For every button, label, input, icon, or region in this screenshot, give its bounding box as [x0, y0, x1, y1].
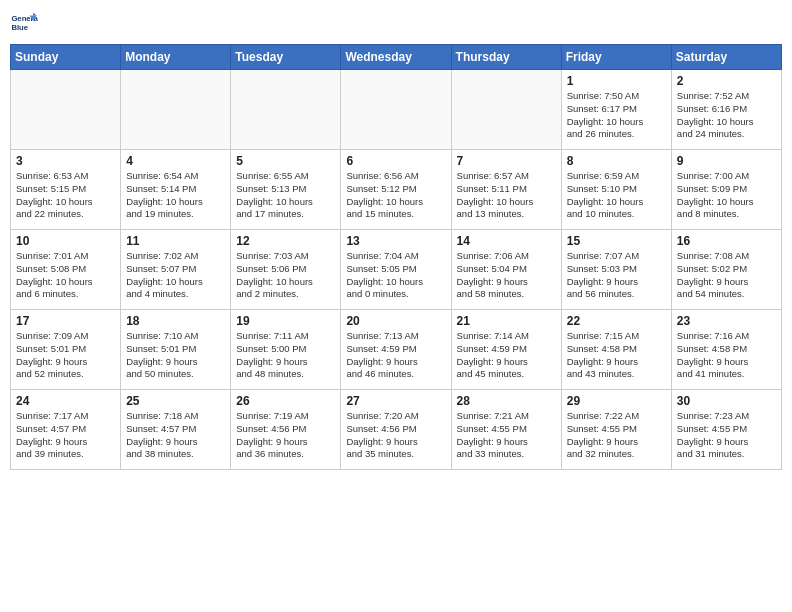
day-number: 30 [677, 394, 776, 408]
day-info: Sunrise: 7:07 AM Sunset: 5:03 PM Dayligh… [567, 250, 666, 301]
weekday-header-thursday: Thursday [451, 45, 561, 70]
day-info: Sunrise: 7:13 AM Sunset: 4:59 PM Dayligh… [346, 330, 445, 381]
day-number: 6 [346, 154, 445, 168]
weekday-header-wednesday: Wednesday [341, 45, 451, 70]
day-cell: 30Sunrise: 7:23 AM Sunset: 4:55 PM Dayli… [671, 390, 781, 470]
day-cell: 22Sunrise: 7:15 AM Sunset: 4:58 PM Dayli… [561, 310, 671, 390]
day-number: 18 [126, 314, 225, 328]
day-cell: 8Sunrise: 6:59 AM Sunset: 5:10 PM Daylig… [561, 150, 671, 230]
day-info: Sunrise: 6:56 AM Sunset: 5:12 PM Dayligh… [346, 170, 445, 221]
day-number: 13 [346, 234, 445, 248]
day-number: 22 [567, 314, 666, 328]
day-number: 11 [126, 234, 225, 248]
day-cell: 2Sunrise: 7:52 AM Sunset: 6:16 PM Daylig… [671, 70, 781, 150]
day-number: 3 [16, 154, 115, 168]
day-info: Sunrise: 7:00 AM Sunset: 5:09 PM Dayligh… [677, 170, 776, 221]
day-cell: 26Sunrise: 7:19 AM Sunset: 4:56 PM Dayli… [231, 390, 341, 470]
day-info: Sunrise: 7:14 AM Sunset: 4:59 PM Dayligh… [457, 330, 556, 381]
day-number: 9 [677, 154, 776, 168]
day-cell: 5Sunrise: 6:55 AM Sunset: 5:13 PM Daylig… [231, 150, 341, 230]
day-cell: 7Sunrise: 6:57 AM Sunset: 5:11 PM Daylig… [451, 150, 561, 230]
day-number: 10 [16, 234, 115, 248]
day-number: 24 [16, 394, 115, 408]
day-info: Sunrise: 6:53 AM Sunset: 5:15 PM Dayligh… [16, 170, 115, 221]
day-cell: 18Sunrise: 7:10 AM Sunset: 5:01 PM Dayli… [121, 310, 231, 390]
day-number: 25 [126, 394, 225, 408]
day-number: 23 [677, 314, 776, 328]
day-info: Sunrise: 6:57 AM Sunset: 5:11 PM Dayligh… [457, 170, 556, 221]
weekday-header-saturday: Saturday [671, 45, 781, 70]
day-cell: 23Sunrise: 7:16 AM Sunset: 4:58 PM Dayli… [671, 310, 781, 390]
logo-icon: General Blue [10, 10, 38, 38]
day-cell: 6Sunrise: 6:56 AM Sunset: 5:12 PM Daylig… [341, 150, 451, 230]
day-cell: 29Sunrise: 7:22 AM Sunset: 4:55 PM Dayli… [561, 390, 671, 470]
day-info: Sunrise: 7:10 AM Sunset: 5:01 PM Dayligh… [126, 330, 225, 381]
day-number: 17 [16, 314, 115, 328]
day-number: 8 [567, 154, 666, 168]
day-number: 20 [346, 314, 445, 328]
day-cell [121, 70, 231, 150]
day-cell: 1Sunrise: 7:50 AM Sunset: 6:17 PM Daylig… [561, 70, 671, 150]
day-cell: 15Sunrise: 7:07 AM Sunset: 5:03 PM Dayli… [561, 230, 671, 310]
day-number: 12 [236, 234, 335, 248]
day-cell: 11Sunrise: 7:02 AM Sunset: 5:07 PM Dayli… [121, 230, 231, 310]
day-info: Sunrise: 7:23 AM Sunset: 4:55 PM Dayligh… [677, 410, 776, 461]
day-number: 16 [677, 234, 776, 248]
day-cell: 4Sunrise: 6:54 AM Sunset: 5:14 PM Daylig… [121, 150, 231, 230]
day-number: 19 [236, 314, 335, 328]
day-info: Sunrise: 7:11 AM Sunset: 5:00 PM Dayligh… [236, 330, 335, 381]
day-number: 4 [126, 154, 225, 168]
day-cell [11, 70, 121, 150]
day-info: Sunrise: 7:20 AM Sunset: 4:56 PM Dayligh… [346, 410, 445, 461]
week-row-1: 1Sunrise: 7:50 AM Sunset: 6:17 PM Daylig… [11, 70, 782, 150]
page-header: General Blue [10, 10, 782, 38]
day-info: Sunrise: 7:09 AM Sunset: 5:01 PM Dayligh… [16, 330, 115, 381]
day-cell: 14Sunrise: 7:06 AM Sunset: 5:04 PM Dayli… [451, 230, 561, 310]
svg-text:Blue: Blue [11, 23, 28, 32]
day-number: 29 [567, 394, 666, 408]
day-cell: 13Sunrise: 7:04 AM Sunset: 5:05 PM Dayli… [341, 230, 451, 310]
day-info: Sunrise: 7:22 AM Sunset: 4:55 PM Dayligh… [567, 410, 666, 461]
calendar-table: SundayMondayTuesdayWednesdayThursdayFrid… [10, 44, 782, 470]
day-cell: 9Sunrise: 7:00 AM Sunset: 5:09 PM Daylig… [671, 150, 781, 230]
day-cell: 21Sunrise: 7:14 AM Sunset: 4:59 PM Dayli… [451, 310, 561, 390]
weekday-header-tuesday: Tuesday [231, 45, 341, 70]
day-number: 14 [457, 234, 556, 248]
day-info: Sunrise: 7:18 AM Sunset: 4:57 PM Dayligh… [126, 410, 225, 461]
day-number: 27 [346, 394, 445, 408]
day-info: Sunrise: 7:19 AM Sunset: 4:56 PM Dayligh… [236, 410, 335, 461]
day-info: Sunrise: 7:52 AM Sunset: 6:16 PM Dayligh… [677, 90, 776, 141]
weekday-header-friday: Friday [561, 45, 671, 70]
day-cell: 16Sunrise: 7:08 AM Sunset: 5:02 PM Dayli… [671, 230, 781, 310]
day-info: Sunrise: 7:08 AM Sunset: 5:02 PM Dayligh… [677, 250, 776, 301]
day-info: Sunrise: 7:50 AM Sunset: 6:17 PM Dayligh… [567, 90, 666, 141]
day-number: 26 [236, 394, 335, 408]
weekday-header-row: SundayMondayTuesdayWednesdayThursdayFrid… [11, 45, 782, 70]
day-number: 15 [567, 234, 666, 248]
day-info: Sunrise: 7:15 AM Sunset: 4:58 PM Dayligh… [567, 330, 666, 381]
day-info: Sunrise: 7:01 AM Sunset: 5:08 PM Dayligh… [16, 250, 115, 301]
day-cell [341, 70, 451, 150]
weekday-header-sunday: Sunday [11, 45, 121, 70]
day-cell: 17Sunrise: 7:09 AM Sunset: 5:01 PM Dayli… [11, 310, 121, 390]
day-info: Sunrise: 6:55 AM Sunset: 5:13 PM Dayligh… [236, 170, 335, 221]
day-info: Sunrise: 7:17 AM Sunset: 4:57 PM Dayligh… [16, 410, 115, 461]
day-cell: 28Sunrise: 7:21 AM Sunset: 4:55 PM Dayli… [451, 390, 561, 470]
day-cell: 3Sunrise: 6:53 AM Sunset: 5:15 PM Daylig… [11, 150, 121, 230]
week-row-5: 24Sunrise: 7:17 AM Sunset: 4:57 PM Dayli… [11, 390, 782, 470]
day-number: 28 [457, 394, 556, 408]
day-info: Sunrise: 7:16 AM Sunset: 4:58 PM Dayligh… [677, 330, 776, 381]
day-info: Sunrise: 7:21 AM Sunset: 4:55 PM Dayligh… [457, 410, 556, 461]
logo: General Blue [10, 10, 38, 38]
week-row-4: 17Sunrise: 7:09 AM Sunset: 5:01 PM Dayli… [11, 310, 782, 390]
week-row-3: 10Sunrise: 7:01 AM Sunset: 5:08 PM Dayli… [11, 230, 782, 310]
day-number: 2 [677, 74, 776, 88]
day-number: 5 [236, 154, 335, 168]
day-cell: 19Sunrise: 7:11 AM Sunset: 5:00 PM Dayli… [231, 310, 341, 390]
day-info: Sunrise: 7:06 AM Sunset: 5:04 PM Dayligh… [457, 250, 556, 301]
day-cell [451, 70, 561, 150]
day-cell: 10Sunrise: 7:01 AM Sunset: 5:08 PM Dayli… [11, 230, 121, 310]
day-cell: 25Sunrise: 7:18 AM Sunset: 4:57 PM Dayli… [121, 390, 231, 470]
day-number: 21 [457, 314, 556, 328]
day-info: Sunrise: 7:03 AM Sunset: 5:06 PM Dayligh… [236, 250, 335, 301]
